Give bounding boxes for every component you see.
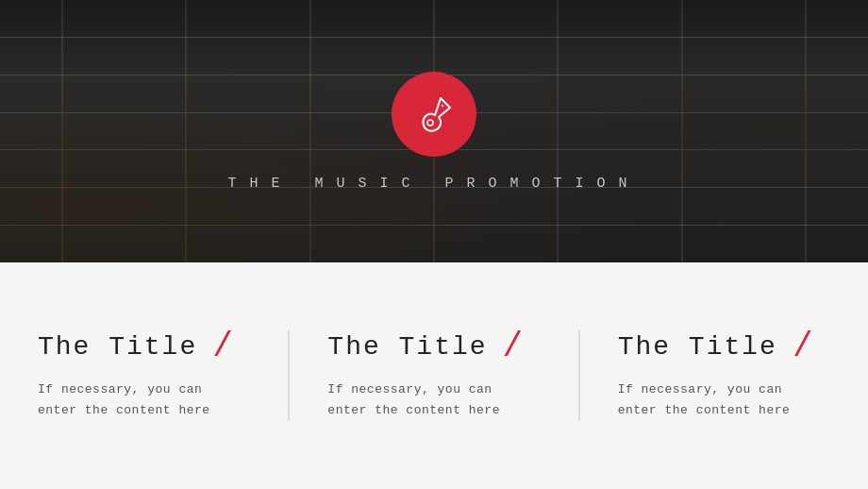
hero-section: THE MUSIC PROMOTION bbox=[0, 0, 868, 262]
logo-circle bbox=[392, 72, 476, 157]
card-1-title: The Title bbox=[38, 332, 197, 362]
card-1: The Title / If necessary, you canenter t… bbox=[0, 312, 288, 440]
hero-content: THE MUSIC PROMOTION bbox=[227, 72, 640, 192]
guitar-icon bbox=[410, 91, 458, 138]
card-2: The Title / If necessary, you canenter t… bbox=[290, 312, 577, 440]
card-2-text: If necessary, you canenter the content h… bbox=[327, 379, 540, 421]
card-1-text: If necessary, you canenter the content h… bbox=[38, 379, 250, 421]
content-section: The Title / If necessary, you canenter t… bbox=[0, 262, 868, 489]
hero-tagline: THE MUSIC PROMOTION bbox=[227, 176, 640, 192]
svg-point-0 bbox=[427, 120, 433, 126]
cards-row: The Title / If necessary, you canenter t… bbox=[0, 312, 868, 440]
card-1-header: The Title / bbox=[38, 330, 250, 364]
card-3-text: If necessary, you canenter the content h… bbox=[618, 379, 830, 421]
card-1-slash: / bbox=[212, 330, 233, 364]
card-2-title: The Title bbox=[327, 332, 487, 362]
card-3-slash: / bbox=[793, 330, 813, 364]
card-3-header: The Title / bbox=[618, 330, 830, 364]
card-3: The Title / If necessary, you canenter t… bbox=[580, 312, 868, 440]
card-2-header: The Title / bbox=[327, 330, 540, 364]
svg-line-2 bbox=[442, 105, 443, 107]
card-2-slash: / bbox=[503, 330, 524, 364]
card-3-title: The Title bbox=[618, 332, 777, 362]
